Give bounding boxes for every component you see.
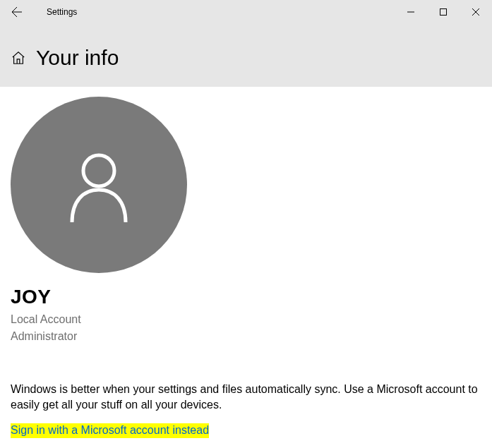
close-button[interactable] [460,0,492,23]
page-title: Your info [36,46,119,70]
minimize-button[interactable] [395,0,427,23]
home-icon[interactable] [11,50,26,66]
maximize-button[interactable] [427,0,460,23]
account-type: Local Account [11,311,481,328]
sync-description: Windows is better when your settings and… [11,382,480,412]
username: JOY [11,286,481,308]
back-button[interactable] [0,0,34,23]
svg-rect-0 [440,8,447,15]
minimize-icon [407,8,414,16]
signin-microsoft-link[interactable]: Sign in with a Microsoft account instead [11,423,209,438]
account-role: Administrator [11,328,481,345]
window-title: Settings [47,7,395,17]
window-controls [395,0,492,23]
maximize-icon [440,8,447,16]
content-area: JOY Local Account Administrator Windows … [0,87,492,448]
person-icon [64,146,134,224]
close-icon [472,8,479,16]
svg-point-1 [83,155,114,186]
titlebar: Settings [0,0,492,23]
back-arrow-icon [11,6,23,18]
page-header: Your info [0,23,492,87]
avatar [11,97,187,273]
